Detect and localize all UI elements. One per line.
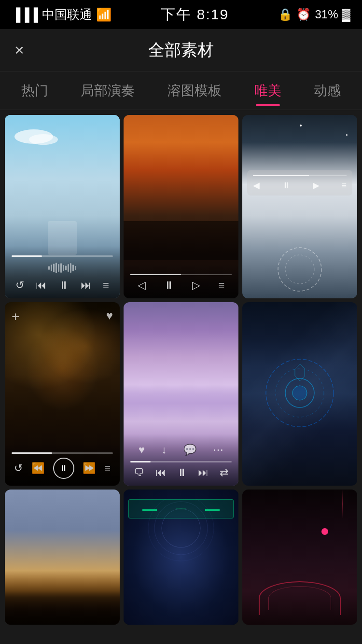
rew-icon[interactable]: ⏪ <box>31 462 44 475</box>
carrier-label: 中国联通 <box>42 6 92 23</box>
grid-item-1[interactable]: ↺ ⏮ ⏸ ⏭ ≡ <box>5 115 120 298</box>
status-bar: ▐▐▐ 中国联通 📶 下午 8:19 🔒 ⏰ 31% ▓ <box>0 0 362 29</box>
status-left: ▐▐▐ 中国联通 📶 <box>12 6 111 23</box>
next2-icon[interactable]: ▷ <box>192 279 200 292</box>
menu2-icon[interactable]: ≡ <box>218 279 224 292</box>
expand-icon[interactable]: ◁ <box>138 279 146 292</box>
page-title: 全部素材 <box>148 39 214 61</box>
fwd-icon[interactable]: ⏩ <box>83 462 96 475</box>
pink-dot <box>321 528 328 535</box>
tech-bar-overlay: ▬▬▬ ━━━━ ▬▬▬ <box>124 499 238 521</box>
tab-hot[interactable]: 热门 <box>14 77 55 105</box>
pause5-icon[interactable]: ⏸ <box>177 466 187 479</box>
battery-icon: ▓ <box>342 8 350 21</box>
status-right: 🔒 ⏰ 31% ▓ <box>278 8 350 21</box>
tab-bar: 热门 局部演奏 溶图模板 唯美 动感 <box>0 71 362 110</box>
media-grid: ↺ ⏮ ⏸ ⏭ ≡ ◁ ⏸ ▷ ≡ <box>0 110 362 625</box>
header: × 全部素材 <box>0 29 362 71</box>
grid-item-2[interactable]: ◁ ⏸ ▷ ≡ <box>124 115 238 298</box>
grid-item-6[interactable] <box>242 302 357 486</box>
pause2-icon[interactable]: ⏸ <box>164 279 174 292</box>
prev-icon[interactable]: ⏮ <box>36 279 46 292</box>
player-overlay-5: ♥ ↓ 💬 ⋯ 🗨 ⏮ ⏸ ⏭ ⇄ <box>124 434 238 486</box>
signal-icon: ▐▐▐ <box>12 7 38 22</box>
wifi-icon: 📶 <box>96 7 111 22</box>
tech-overlay-6 <box>242 302 357 486</box>
tab-beauty[interactable]: 唯美 <box>248 77 288 105</box>
close-button[interactable]: × <box>14 41 24 59</box>
grid-item-5[interactable]: ♥ ↓ 💬 ⋯ 🗨 ⏮ ⏸ ⏭ ⇄ <box>124 302 238 486</box>
list-icon[interactable]: ≡ <box>104 462 111 475</box>
pause-icon[interactable]: ⏸ <box>58 279 69 292</box>
svg-point-5 <box>292 386 307 400</box>
battery-label: 31% <box>315 8 338 21</box>
shuffle-icon[interactable]: ⇄ <box>220 466 228 479</box>
comment-icon[interactable]: 🗨 <box>134 466 144 479</box>
svg-point-1 <box>285 255 314 284</box>
add-icon[interactable]: + <box>12 309 19 324</box>
play-button[interactable]: ⏸ <box>53 458 74 479</box>
grid-item-8[interactable]: ▬▬▬ ━━━━ ▬▬▬ <box>124 490 238 625</box>
svg-point-0 <box>278 248 321 291</box>
tab-dynamic[interactable]: 动感 <box>307 77 348 105</box>
skipback-icon[interactable]: ⏮ <box>155 466 166 479</box>
repeat3-icon[interactable]: ↺ <box>14 462 23 475</box>
grid-item-3[interactable]: ◀ ⏸ ▶ ≡ <box>242 115 357 298</box>
next-icon[interactable]: ⏭ <box>81 279 91 292</box>
repeat-icon[interactable]: ↺ <box>15 279 24 292</box>
grid-item-4[interactable]: + ♥ ↺ ⏪ ⏸ ⏩ ≡ <box>5 302 120 486</box>
player-overlay-3: ◀ ⏸ ▶ ≡ <box>247 170 352 196</box>
menu-icon[interactable]: ≡ <box>103 279 109 292</box>
lock-icon: 🔒 <box>278 8 292 21</box>
skipfwd-icon[interactable]: ⏭ <box>198 466 209 479</box>
player-overlay-4: ↺ ⏪ ⏸ ⏩ ≡ <box>5 443 120 486</box>
tab-fade[interactable]: 溶图模板 <box>161 77 228 105</box>
player-overlay-1: ↺ ⏮ ⏸ ⏭ ≡ <box>5 246 120 298</box>
grid-item-7[interactable] <box>5 490 120 625</box>
favorite-icon[interactable]: ♥ <box>106 309 113 322</box>
status-time: 下午 8:19 <box>161 5 229 25</box>
tab-local[interactable]: 局部演奏 <box>74 77 141 105</box>
alarm-icon: ⏰ <box>296 8 311 21</box>
grid-item-9[interactable] <box>242 490 357 625</box>
player-overlay-2: ◁ ⏸ ▷ ≡ <box>124 264 238 298</box>
